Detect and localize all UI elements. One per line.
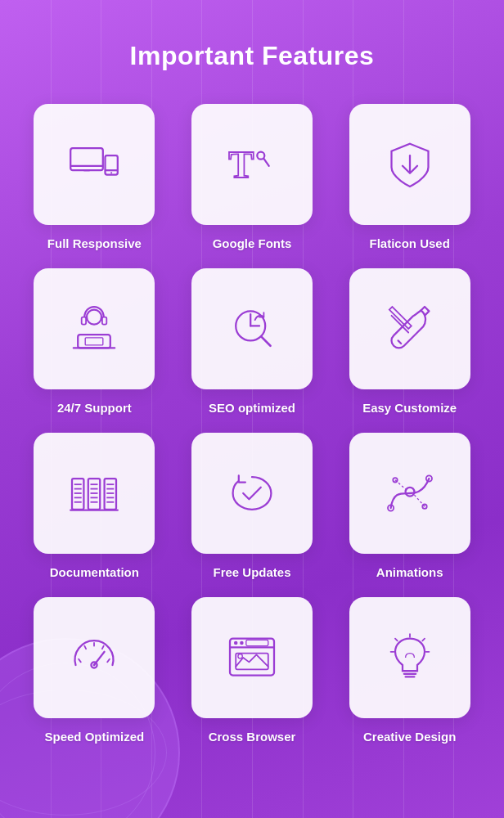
svg-point-5 (110, 172, 112, 173)
feature-creative-design: Creative Design (340, 597, 479, 744)
responsive-icon (65, 135, 124, 194)
icon-box-full-responsive (34, 104, 155, 225)
feature-label-google-fonts: Google Fonts (213, 236, 292, 250)
svg-rect-27 (88, 479, 100, 510)
svg-line-20 (398, 340, 401, 344)
svg-point-54 (93, 664, 96, 667)
svg-point-45 (393, 478, 397, 482)
svg-line-19 (262, 337, 271, 346)
svg-rect-11 (82, 317, 86, 325)
feature-flaticon: Flaticon Used (340, 104, 479, 250)
customize-icon (380, 299, 439, 358)
svg-line-8 (263, 159, 268, 166)
feature-label-animations: Animations (376, 565, 443, 579)
svg-point-46 (422, 505, 426, 509)
feature-label-documentation: Documentation (50, 565, 139, 579)
svg-rect-59 (246, 640, 268, 645)
svg-rect-12 (102, 317, 106, 325)
svg-line-51 (108, 659, 110, 663)
main-container: Important Features Full Responsive (0, 0, 504, 776)
feature-support: 24/7 Support (25, 268, 164, 415)
icon-box-cross-browser (191, 597, 313, 718)
speed-icon (65, 628, 124, 687)
icon-box-easy-customize (349, 268, 470, 389)
svg-rect-33 (105, 479, 116, 510)
feature-google-fonts: T Google Fonts (182, 104, 322, 250)
feature-label-full-responsive: Full Responsive (47, 236, 142, 250)
svg-rect-0 (71, 148, 104, 170)
fonts-icon: T (223, 135, 281, 194)
seo-icon (223, 299, 281, 358)
support-icon (65, 299, 124, 358)
flaticon-icon (380, 135, 439, 194)
feature-seo: SEO optimized (182, 268, 322, 415)
svg-line-48 (85, 646, 87, 649)
updates-icon (223, 464, 281, 523)
feature-free-updates: Free Updates (182, 433, 322, 579)
feature-cross-browser: Cross Browser (182, 597, 322, 744)
browser-icon (223, 628, 281, 687)
icon-box-seo (191, 268, 313, 389)
feature-label-flaticon: Flaticon Used (369, 236, 449, 250)
svg-line-68 (395, 639, 398, 641)
svg-line-50 (102, 646, 104, 649)
feature-label-speed-optimized: Speed Optimized (44, 730, 144, 744)
feature-easy-customize: Easy Customize (340, 268, 479, 415)
feature-full-responsive: Full Responsive (25, 104, 164, 250)
icon-box-free-updates (191, 433, 313, 554)
feature-speed-optimized: Speed Optimized (25, 597, 164, 744)
svg-rect-21 (72, 479, 83, 510)
page-title: Important Features (25, 41, 479, 71)
icon-box-support (34, 268, 155, 389)
creative-icon (380, 628, 439, 687)
feature-label-easy-customize: Easy Customize (362, 401, 457, 415)
feature-label-cross-browser: Cross Browser (209, 730, 296, 744)
feature-label-seo: SEO optimized (209, 401, 295, 415)
svg-point-58 (240, 641, 244, 645)
svg-rect-3 (106, 155, 118, 174)
feature-animations: Animations (340, 433, 479, 579)
feature-label-support: 24/7 Support (57, 401, 132, 415)
features-grid: Full Responsive T Google Fonts (25, 104, 479, 744)
icon-box-google-fonts: T (191, 104, 313, 225)
svg-rect-13 (79, 335, 111, 348)
feature-label-free-updates: Free Updates (213, 565, 290, 579)
svg-point-57 (234, 641, 238, 645)
svg-text:T: T (228, 143, 254, 186)
svg-point-10 (87, 310, 101, 325)
icon-box-creative-design (349, 597, 470, 718)
icon-box-flaticon (349, 104, 470, 225)
documentation-icon (65, 464, 124, 523)
icon-box-documentation (34, 433, 155, 554)
svg-point-61 (238, 654, 242, 658)
svg-point-42 (405, 488, 414, 497)
icon-box-speed-optimized (34, 597, 155, 718)
animations-icon (380, 464, 439, 523)
feature-label-creative-design: Creative Design (363, 730, 456, 744)
svg-rect-15 (86, 338, 104, 345)
feature-documentation: Documentation (25, 433, 164, 579)
svg-line-47 (79, 659, 81, 663)
svg-line-69 (422, 639, 425, 641)
icon-box-animations (349, 433, 470, 554)
